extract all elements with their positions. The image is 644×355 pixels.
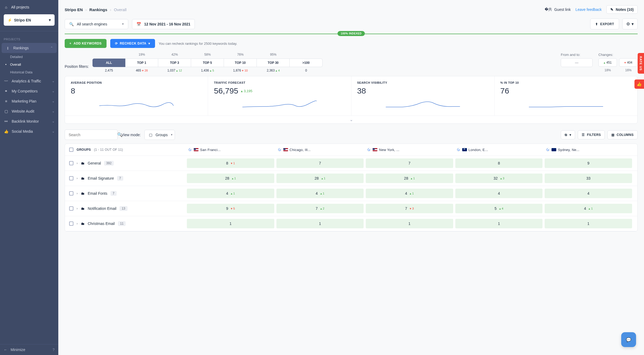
monitor-icon: ▢ (4, 109, 8, 114)
date-range-picker[interactable]: 📅 12 Nov 2021 - 16 Nov 2021 (132, 19, 195, 29)
sidebar-subitem-detailed[interactable]: Detailed (10, 53, 58, 61)
table-row: › 🖿 General 392 8▾ 17789 (65, 156, 637, 171)
arrow-up-icon: ▴ 1 (589, 207, 593, 210)
changes-up-badge[interactable]: ▴ 451 (598, 58, 617, 67)
chat-button[interactable]: 💬 (621, 332, 636, 347)
breadcrumb-section[interactable]: Rankings (89, 7, 107, 12)
arrow-up-icon: ▴ 3 (500, 177, 504, 180)
breadcrumb-project[interactable]: Stripo EN (65, 7, 83, 12)
table-header: GROUPS (1 - 11 OUT OF 11) San Franci...C… (65, 144, 637, 156)
changes-down-badge[interactable]: ▾ 404 (619, 58, 638, 67)
row-checkbox[interactable] (69, 206, 73, 211)
add-keywords-button[interactable]: + ADD KEYWORDS (65, 39, 107, 48)
flag-us-icon (373, 148, 377, 151)
sidebar-item-marketing-plan[interactable]: ≡Marketing Plan⌄ (0, 96, 58, 106)
notes-button[interactable]: ✎ Notes (10) (606, 5, 638, 14)
sidebar: ⌂ All projects ⚡ Stripo EN ▾ PROJECTS ⫿R… (0, 0, 58, 355)
row-checkbox[interactable] (69, 161, 73, 165)
position-filter-top30[interactable]: TOP 30 (257, 59, 290, 67)
sidebar-item-my-competitors[interactable]: ⚭My Competitors⌄ (0, 86, 58, 96)
ranking-cell: 1 (366, 219, 453, 228)
expand-row-icon[interactable]: › (77, 222, 78, 225)
location-column-header[interactable]: New York, ... (365, 148, 454, 152)
expand-row-icon[interactable]: › (77, 192, 78, 195)
position-filters-label: Position filters: (65, 64, 89, 69)
filter-icon: ☰ (582, 133, 585, 137)
location-column-header[interactable]: London, E... (454, 148, 544, 152)
position-filter-count: 465▾ 28 (136, 69, 148, 72)
location-column-header[interactable]: Chicago, Ill... (275, 148, 365, 152)
position-filter-count: 1,037▴ 12 (167, 69, 182, 72)
chevron-right-icon: › (110, 7, 111, 12)
sidebar-item-social-media[interactable]: 👍Social Media⌄ (0, 126, 58, 136)
breadcrumb: Stripo EN › Rankings › Overall (65, 7, 126, 12)
settings-button[interactable]: ⚙ ▾ (622, 19, 638, 29)
from-to-input[interactable]: — (561, 58, 593, 67)
search-input[interactable] (69, 133, 115, 137)
all-projects-link[interactable]: ⌂ All projects (4, 3, 55, 11)
ranking-cell: 7▾ 3 (366, 204, 453, 213)
location-column-header[interactable]: San Franci... (186, 148, 275, 152)
sidebar-item-rankings[interactable]: ⫿Rankings⌃ (2, 43, 57, 53)
ranking-cell: 33 (545, 174, 632, 183)
sparkline-chart (71, 99, 202, 110)
position-filter-top10[interactable]: TOP 10 (224, 59, 257, 67)
arrow-down-icon: ▾ 5 (231, 207, 235, 210)
sidebar-item-backlink-monitor[interactable]: ⚯Backlink Monitor⌄ (0, 116, 58, 126)
select-all-checkbox[interactable] (69, 148, 73, 152)
ranking-cell: 4 (545, 189, 632, 198)
ranking-cell: 9 (545, 158, 632, 168)
folder-icon: 🖿 (81, 191, 85, 196)
expand-metrics-button[interactable]: ⌄ (65, 116, 637, 123)
columns-icon: ▥ (611, 133, 615, 137)
ranking-cell: 4▴ 1 (366, 189, 453, 198)
rate-us-thumb-button[interactable]: 👍 (634, 79, 644, 89)
location-column-header[interactable]: Sydney, Ne... (544, 148, 633, 152)
help-icon[interactable]: ? (52, 348, 55, 352)
leave-feedback-link[interactable]: Leave feedback (575, 7, 602, 12)
filters-button[interactable]: ☰ FILTERS (578, 130, 605, 139)
view-mode-dropdown[interactable]: ▢ Groups ▾ (144, 130, 175, 140)
arrow-up-icon: ▴ 5 (210, 69, 214, 72)
expand-row-icon[interactable]: › (77, 176, 78, 180)
position-filter-all[interactable]: ALL (92, 59, 125, 67)
position-filter-top1[interactable]: TOP 1 (125, 59, 158, 67)
columns-button[interactable]: ▥ COLUMNS (607, 130, 638, 139)
expand-row-icon[interactable]: › (77, 207, 78, 210)
arrow-up-icon: ▴ 4 (499, 207, 503, 210)
guest-link-button[interactable]: �共 Guest link (545, 7, 571, 12)
ranking-cell: 7 (276, 158, 364, 168)
sidebar-item-analytics-traffic[interactable]: 〰Analytics & Traffic⌄ (0, 76, 58, 86)
project-selector[interactable]: ⚡ Stripo EN ▾ (4, 14, 55, 26)
minimize-button[interactable]: ← Minimize (4, 348, 25, 352)
row-checkbox[interactable] (69, 221, 73, 226)
search-engines-dropdown[interactable]: 🔍 All search engines ▾ (65, 19, 128, 29)
copy-dropdown-button[interactable]: ⧉ ▾ (561, 130, 575, 139)
folder-icon: ▢ (149, 133, 152, 137)
sidebar-item-website-audit[interactable]: ▢Website Audit⌄ (0, 106, 58, 116)
folder-icon: 🖿 (81, 176, 85, 180)
chevron-down-icon: ⌄ (52, 109, 55, 113)
expand-row-icon[interactable]: › (77, 161, 78, 165)
arrow-up-icon: ▴ (604, 61, 605, 64)
position-filter-100[interactable]: >100 (290, 59, 323, 67)
recheck-data-button[interactable]: ⟳ RECHECK DATA ▾ (110, 39, 155, 48)
rate-us-tab[interactable]: RATE US (638, 53, 644, 74)
metric-value: 76 (500, 86, 632, 95)
sidebar-subitem-overall[interactable]: Overall (10, 61, 58, 68)
google-icon (456, 148, 461, 152)
export-button[interactable]: ⬆ EXPORT (590, 19, 619, 29)
metric-value: 56,795▴ 3,195 (214, 86, 345, 95)
keyword-search-box[interactable]: 🔍 (65, 130, 118, 140)
sidebar-subitem-historical-data[interactable]: Historical Data (10, 68, 58, 76)
all-projects-label: All projects (11, 5, 29, 9)
row-checkbox[interactable] (69, 176, 73, 180)
table-row: › 🖿 Email Signature 7 28▴ 128▴ 128▴ 132▴… (65, 171, 637, 186)
position-filter-pct: 19% (139, 53, 145, 57)
metric-value: 8 (71, 86, 202, 95)
position-filter-top5[interactable]: TOP 5 (191, 59, 224, 67)
folder-icon: 🖿 (81, 206, 85, 211)
row-checkbox[interactable] (69, 191, 73, 196)
position-filter-top3[interactable]: TOP 3 (158, 59, 191, 67)
link-icon: ⚯ (4, 119, 8, 124)
